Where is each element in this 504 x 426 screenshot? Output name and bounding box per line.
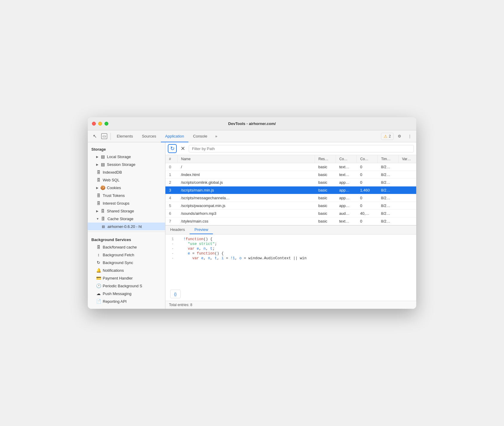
bottom-tabs: Headers Preview [165,226,416,234]
sidebar-item-web-sql[interactable]: 🗄 Web SQL [88,176,165,184]
sidebar-item-push-messaging[interactable]: ☁ Push Messaging [88,290,165,297]
fetch-icon: ↕ [96,252,101,257]
sidebar-item-reporting-api[interactable]: 📄 Reporting API [88,297,165,305]
table-row[interactable]: 6/sounds/airhorn.mp3basicaud…40,…8/2… [165,210,416,217]
bell-icon: 🔔 [96,268,101,273]
sync-icon: ↻ [96,260,101,265]
database-icon: 🗄 [101,217,106,221]
refresh-button[interactable]: ↻ [168,144,177,153]
menu-button[interactable]: ⋮ [405,132,414,141]
table-cell [398,217,416,225]
sidebar-item-local-storage[interactable]: ▶ ▤ Local Storage [88,153,165,160]
sidebar-label: Background Fetch [103,253,134,257]
table-cell: 7 [165,217,177,225]
table-cell [398,210,416,217]
cursor-tool-button[interactable]: ↖ [90,132,99,141]
table-cell: 2 [165,179,177,186]
table-cell: app… [336,202,357,210]
table-cell: 8/2… [377,217,398,225]
table-cell: 0 [357,194,377,202]
table-row[interactable]: 2/scripts/comlink.global.jsbasicapp…08/2… [165,179,416,186]
sidebar-item-payment-handler[interactable]: 💳 Payment Handler [88,274,165,282]
code-line: - var e, n, t, i = !1, o = window.AudioC… [165,256,416,261]
bg-services-section-title: Background Services [88,235,165,243]
database-icon: 🗄 [96,170,101,175]
sidebar-item-periodic-bg[interactable]: 🕐 Periodic Background S [88,282,165,290]
col-header-res[interactable]: Res… [315,155,336,163]
col-header-name[interactable]: Name [177,155,315,163]
doc-icon: 📄 [96,299,101,304]
col-header-co2[interactable]: Co… [357,155,377,163]
sidebar-label: Payment Handler [103,276,133,280]
table-cell: 8/2… [377,194,398,202]
table-row[interactable]: 7/styles/main.cssbasictext…08/2… [165,217,416,225]
sidebar-item-interest-groups[interactable]: 🗄 Interest Groups [88,199,165,207]
table-row[interactable]: 3/scripts/main.min.jsbasicapp…1,4608/2… [165,186,416,194]
code-view: 1 !function() { - "use strict"; - var e,… [165,234,416,287]
tab-sources[interactable]: Sources [138,130,160,142]
maximize-button[interactable] [105,122,108,126]
tab-application[interactable]: Application [161,130,188,142]
table-row[interactable]: 5/scripts/pwacompat.min.jsbasicapp…08/2… [165,202,416,210]
devtools-window: DevTools - airhorner.com/ ↖ ▭ Elements S… [88,117,416,309]
table-row[interactable]: 4/scripts/messagechannela…basicapp…08/2… [165,194,416,202]
minimize-button[interactable] [98,122,102,126]
col-header-var[interactable]: Var… [398,155,416,163]
main-layout: Storage ▶ ▤ Local Storage ▶ ▤ Session St… [88,142,416,309]
sidebar-item-notifications[interactable]: 🔔 Notifications [88,266,165,274]
tab-headers[interactable]: Headers [165,226,190,234]
table-cell: text… [336,217,357,225]
bottom-panel: Headers Preview 1 !function() { - "use s… [165,225,416,309]
table-cell: basic [315,171,336,179]
expand-arrow-icon: ▼ [96,217,99,220]
table-cell: basic [315,163,336,171]
total-entries: Total entries: 8 [165,301,416,309]
table-cell [398,179,416,186]
tab-preview[interactable]: Preview [190,226,213,234]
sidebar-label: airhorner-0.6.20 - ht [107,224,142,229]
table-cell: text… [336,163,357,171]
format-button[interactable]: {} [170,290,181,298]
close-button[interactable] [92,122,96,126]
table-row[interactable]: 1/index.htmlbasictext…08/2… [165,171,416,179]
window-title: DevTools - airhorner.com/ [228,121,276,126]
table-cell: /sounds/airhorn.mp3 [177,210,315,217]
table-cell: 5 [165,202,177,210]
sidebar-item-indexeddb[interactable]: 🗄 IndexedDB [88,168,165,176]
sidebar-item-cache-entry[interactable]: ▤ airhorner-0.6.20 - ht [88,223,165,230]
sidebar-item-cookies[interactable]: ▶ 🍪 Cookies [88,184,165,192]
clear-button[interactable]: ✕ [179,144,187,153]
table-row[interactable]: 0/basictext…08/2… [165,163,416,171]
database-icon: 🗄 [100,209,105,213]
sidebar-label: Local Storage [107,155,131,159]
titlebar: DevTools - airhorner.com/ [88,117,416,130]
tab-console[interactable]: Console [189,130,212,142]
settings-button[interactable]: ⚙ [395,132,404,141]
filter-input[interactable] [189,145,414,152]
sidebar-separator [88,231,165,234]
table-cell: 4 [165,194,177,202]
warning-count: 2 [389,134,391,138]
device-tool-button[interactable]: ▭ [100,132,109,141]
col-header-co1[interactable]: Co… [336,155,357,163]
sidebar-label: Notifications [103,268,124,273]
sidebar-item-bg-fetch[interactable]: ↕ Background Fetch [88,251,165,259]
format-button-container: {} [165,287,416,301]
sidebar-item-bg-sync[interactable]: ↻ Background Sync [88,259,165,266]
sidebar-item-shared-storage[interactable]: ▶ 🗄 Shared Storage [88,207,165,215]
sidebar-item-trust-tokens[interactable]: 🗄 Trust Tokens [88,192,165,199]
expand-arrow-icon: ▶ [96,155,99,158]
database-icon: 🗄 [96,201,101,206]
table-cell: 8/2… [377,163,398,171]
sidebar-item-session-storage[interactable]: ▶ ▤ Session Storage [88,160,165,168]
more-tabs-button[interactable]: » [212,132,220,141]
sidebar-item-back-forward[interactable]: 🗄 Back/forward cache [88,243,165,251]
tab-elements[interactable]: Elements [113,130,137,142]
table-cell: 0 [357,217,377,225]
col-header-tim[interactable]: Tim… [377,155,398,163]
warning-badge[interactable]: ⚠ 2 [381,133,394,140]
table-cell: 6 [165,210,177,217]
sidebar-label: Trust Tokens [103,193,125,198]
sidebar-label: IndexedDB [103,170,122,175]
sidebar-item-cache-storage[interactable]: ▼ 🗄 Cache Storage [88,215,165,223]
